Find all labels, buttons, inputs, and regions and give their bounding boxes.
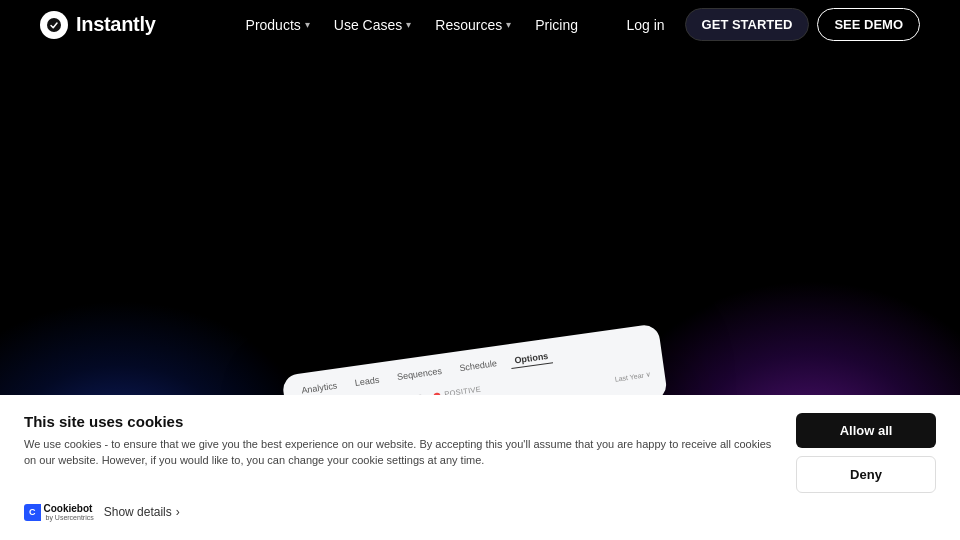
svg-point-0 (47, 18, 61, 32)
cookiebot-sub: by Usercentrics (44, 514, 94, 522)
arrow-right-icon: › (176, 505, 180, 519)
tab-sequences[interactable]: Sequences (392, 363, 447, 385)
date-range-dropdown[interactable]: Last Year ∨ (614, 370, 651, 383)
nav-logo[interactable]: Instantly (40, 11, 156, 39)
tab-schedule[interactable]: Schedule (455, 356, 502, 377)
logo-icon (40, 11, 68, 39)
nav-use-cases[interactable]: Use Cases ▾ (324, 11, 421, 39)
tab-options[interactable]: Options (510, 348, 554, 369)
login-button[interactable]: Log in (614, 11, 676, 39)
nav-pricing[interactable]: Pricing (525, 11, 588, 39)
cookie-body: We use cookies - to ensure that we give … (24, 436, 776, 469)
cookie-content: This site uses cookies We use cookies - … (24, 413, 776, 469)
cookie-title: This site uses cookies (24, 413, 776, 430)
navbar: Instantly Products ▾ Use Cases ▾ Resourc… (0, 0, 960, 49)
nav-right: Log in GET STARTED SEE DEMO (614, 8, 920, 41)
allow-all-button[interactable]: Allow all (796, 413, 936, 448)
tab-leads[interactable]: Leads (350, 372, 384, 391)
cookie-bottom: C Cookiebot by Usercentrics Show details… (24, 503, 936, 522)
show-details-button[interactable]: Show details › (104, 505, 180, 519)
chevron-down-icon: ▾ (406, 19, 411, 30)
cookie-buttons: Allow all Deny (796, 413, 936, 493)
see-demo-button[interactable]: SEE DEMO (817, 8, 920, 41)
chevron-down-icon: ▾ (305, 19, 310, 30)
cookiebot-icon: C (24, 504, 41, 521)
logo-text: Instantly (76, 13, 156, 36)
cookie-banner: This site uses cookies We use cookies - … (0, 395, 960, 540)
cookie-top: This site uses cookies We use cookies - … (24, 413, 936, 493)
get-started-button[interactable]: GET STARTED (685, 8, 810, 41)
nav-links: Products ▾ Use Cases ▾ Resources ▾ Prici… (236, 11, 588, 39)
deny-button[interactable]: Deny (796, 456, 936, 493)
cookiebot-logo: C Cookiebot by Usercentrics (24, 503, 94, 522)
chevron-down-icon: ▾ (506, 19, 511, 30)
nav-resources[interactable]: Resources ▾ (425, 11, 521, 39)
cookiebot-name: Cookiebot (44, 503, 94, 514)
nav-products[interactable]: Products ▾ (236, 11, 320, 39)
